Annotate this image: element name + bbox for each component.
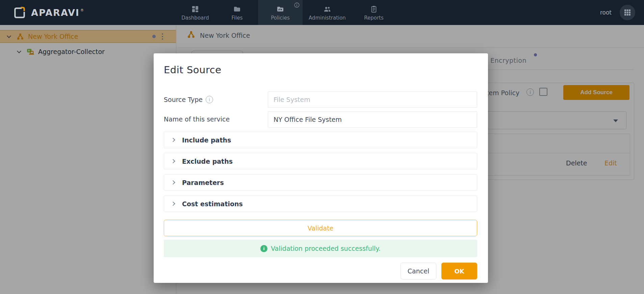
source-type-label: Source Type i [164,96,213,103]
ok-button[interactable]: OK [441,263,477,279]
clipboard-icon [370,4,378,13]
people-icon [323,4,332,13]
service-name-input[interactable] [268,111,477,128]
chevron-right-icon [171,202,175,206]
nav-item-label: Policies [271,15,289,21]
accordion-include-paths[interactable]: Include paths [164,132,477,148]
aparavi-logo[interactable]: APARAVI ® [12,5,84,20]
service-name-label-text: Name of this service [164,115,230,123]
info-icon[interactable]: i [206,96,213,103]
edit-source-modal: Edit Source Source Type i Name of this s… [154,53,488,283]
nav-item-administration[interactable]: Administration [303,0,352,25]
accordion-label: Include paths [182,136,231,144]
validate-button[interactable]: Validate [164,220,477,236]
modal-title: Edit Source [164,64,221,76]
nav-item-label: Administration [309,15,346,21]
chevron-right-icon [171,138,175,142]
nav-item-policies[interactable]: Policies [258,0,303,25]
accordion-parameters[interactable]: Parameters [164,174,477,191]
username: root [600,9,612,16]
chevron-right-icon [171,159,175,163]
source-type-label-text: Source Type [164,96,203,103]
policies-folder-icon [276,4,284,13]
chevron-right-icon [171,180,175,185]
aparavi-logo-registered-mark: ® [80,8,84,12]
validation-success-banner: i Validation proceeded successfully. [164,240,477,257]
accordion-label: Exclude paths [182,158,233,165]
workspace: New York Office ⋮ Aggregator-Collector [0,25,644,294]
nav-right-area: root [600,0,635,25]
folder-icon [233,4,241,13]
accordion-label: Parameters [182,179,224,186]
accordion-exclude-paths[interactable]: Exclude paths [164,153,477,169]
cancel-button[interactable]: Cancel [401,263,436,279]
accordion-label: Cost estimations [182,200,243,208]
nav-item-files[interactable]: Files [216,0,258,25]
nav-item-label: Files [232,15,243,21]
nav-item-dashboard[interactable]: Dashboard [174,0,216,25]
accordion-cost-estimations[interactable]: Cost estimations [164,195,477,212]
validation-success-message: Validation proceeded successfully. [271,245,381,252]
service-name-label: Name of this service [164,115,230,123]
source-type-input[interactable] [268,91,477,108]
grid-icon [623,8,632,17]
nav-item-label: Reports [364,15,384,21]
info-icon [294,2,300,8]
success-info-icon: i [260,245,267,252]
nav-item-reports[interactable]: Reports [352,0,396,25]
apps-grid-button[interactable] [620,5,635,20]
nav-item-label: Dashboard [181,15,209,21]
app-screen: APARAVI ® Dashboard Files [0,0,644,294]
dashboard-icon [191,4,199,13]
aparavi-logo-icon [12,5,26,20]
top-nav: APARAVI ® Dashboard Files [0,0,644,25]
aparavi-logo-text: APARAVI [31,7,80,18]
